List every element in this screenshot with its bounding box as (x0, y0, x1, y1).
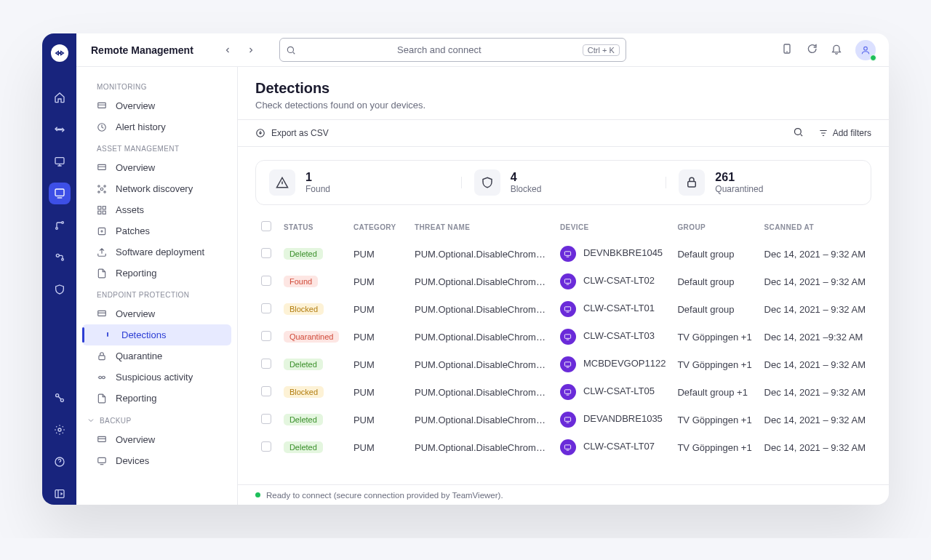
sidebar-item-alert-history[interactable]: Alert history (76, 116, 237, 137)
select-all-checkbox[interactable] (261, 221, 271, 231)
cell-device: CLW-CSAT-LT07 (554, 433, 671, 461)
col-group[interactable]: GROUP (671, 214, 758, 240)
sidebar-item-detections[interactable]: Detections (82, 324, 231, 345)
sidebar: MONITORING Overview Alert history ASSET … (76, 67, 238, 505)
search-input[interactable]: Search and connect Ctrl + K (279, 38, 626, 62)
sidebar-item-backup-overview[interactable]: Overview (76, 429, 237, 450)
sidebar-item-label: Detections (121, 329, 166, 340)
rail-connect-icon[interactable] (49, 387, 71, 409)
sidebar-item-am-overview[interactable]: Overview (76, 157, 237, 178)
cell-category: PUM (348, 378, 409, 406)
messages-icon[interactable] (806, 43, 818, 57)
sidebar-item-backup-devices[interactable]: Devices (76, 450, 237, 471)
sidebar-section-collapse[interactable]: BACKUP (76, 409, 237, 429)
user-avatar[interactable] (855, 40, 876, 60)
col-threat[interactable]: THREAT NAME (409, 214, 554, 240)
table-row[interactable]: Blocked PUM PUM.Optional.DisableChrome..… (255, 378, 871, 406)
devices-icon[interactable] (781, 43, 793, 57)
device-icon (560, 246, 576, 262)
table-row[interactable]: Quarantined PUM PUM.Optional.DisableChro… (255, 323, 871, 351)
notifications-icon[interactable] (831, 43, 842, 57)
cell-device: MCBDEVGOP1122 (554, 351, 671, 378)
col-category[interactable]: CATEGORY (348, 214, 409, 240)
row-checkbox[interactable] (261, 441, 271, 452)
row-checkbox[interactable] (261, 386, 271, 396)
svg-rect-37 (565, 279, 571, 283)
rail-chat-icon[interactable] (49, 151, 71, 172)
sidebar-item-patches[interactable]: Patches (76, 220, 237, 241)
sidebar-item-reporting[interactable]: Reporting (76, 263, 237, 284)
stat-label: Found (305, 184, 330, 194)
stat-value: 4 (511, 171, 542, 184)
stats-card: 1Found 4Blocked 261Quarantined (255, 160, 871, 205)
col-status[interactable]: STATUS (278, 214, 348, 240)
table-row[interactable]: Deleted PUM PUM.Optional.DisableChrome..… (255, 351, 871, 378)
page-subtitle: Check detections found on your devices. (255, 100, 871, 111)
nav-rail (42, 33, 76, 505)
cell-group: TV Göppingen +1 (671, 433, 758, 461)
col-scanned[interactable]: SCANNED AT (759, 214, 871, 240)
filter-icon (818, 128, 828, 138)
rail-transfer-icon[interactable] (49, 119, 71, 140)
rail-home-icon[interactable] (49, 87, 71, 108)
svg-rect-36 (565, 251, 571, 255)
sidebar-item-label: Assets (116, 204, 144, 215)
sidebar-item-overview[interactable]: Overview (76, 95, 237, 116)
sidebar-item-ep-reporting[interactable]: Reporting (76, 388, 237, 409)
cell-scanned: Dec 14, 2021 – 9:32 AM (759, 433, 871, 461)
svg-point-30 (103, 376, 105, 379)
stat-value: 1 (305, 171, 330, 184)
cell-threat: PUM.Optional.DisableChrome... (409, 351, 554, 378)
cell-group: Default group +1 (671, 378, 758, 406)
cell-device: CLW-CSAT-LT05 (554, 378, 671, 406)
svg-rect-25 (103, 211, 105, 214)
row-checkbox[interactable] (261, 276, 271, 286)
sidebar-item-suspicious-activity[interactable]: Suspicious activity (76, 367, 237, 388)
export-csv-button[interactable]: Export as CSV (255, 128, 329, 138)
rail-collapse-icon[interactable] (49, 483, 71, 505)
row-checkbox[interactable] (261, 303, 271, 313)
svg-rect-35 (688, 182, 696, 188)
table-row[interactable]: Deleted PUM PUM.Optional.DisableChrome..… (255, 240, 871, 268)
rail-settings-icon[interactable] (49, 419, 71, 441)
cell-scanned: Dec 14, 2021 –9:32 AM (759, 323, 871, 351)
row-checkbox[interactable] (261, 414, 271, 424)
table-row[interactable]: Deleted PUM PUM.Optional.DisableChrome..… (255, 433, 871, 461)
sidebar-item-label: Devices (116, 455, 149, 466)
sidebar-item-assets[interactable]: Assets (76, 199, 237, 220)
row-checkbox[interactable] (261, 248, 271, 258)
sidebar-item-quarantine[interactable]: Quarantine (76, 345, 237, 367)
rail-workflow-icon[interactable] (49, 215, 71, 236)
svg-rect-28 (99, 355, 105, 359)
nav-back-button[interactable] (220, 42, 236, 58)
row-checkbox[interactable] (261, 359, 271, 369)
rail-automation-icon[interactable] (49, 247, 71, 268)
sidebar-heading: MONITORING (76, 76, 237, 95)
rail-security-icon[interactable] (49, 279, 71, 300)
col-device[interactable]: DEVICE (554, 214, 671, 240)
cell-device: DEVNBKBRE1045 (554, 240, 671, 268)
add-filters-button[interactable]: Add filters (818, 128, 871, 138)
svg-rect-38 (565, 306, 571, 311)
table-row[interactable]: Blocked PUM PUM.Optional.DisableChrome..… (255, 295, 871, 323)
svg-point-21 (104, 191, 105, 192)
table-row[interactable]: Deleted PUM PUM.Optional.DisableChrome..… (255, 406, 871, 433)
sidebar-item-label: Overview (116, 308, 155, 319)
stat-found: 1Found (256, 169, 461, 196)
table-row[interactable]: Found PUM PUM.Optional.DisableChrome... … (255, 268, 871, 295)
row-checkbox[interactable] (261, 331, 271, 341)
nav-forward-button[interactable] (243, 42, 259, 58)
sidebar-item-software-deployment[interactable]: Software deployment (76, 241, 237, 263)
cell-device: CLW-CSAT-LT01 (554, 295, 671, 323)
app-window: Remote Management Search and connect Ctr… (42, 33, 889, 505)
sidebar-item-network-discovery[interactable]: Network discovery (76, 178, 237, 199)
table-search-button[interactable] (793, 127, 804, 140)
rail-remote-management-icon[interactable] (49, 183, 71, 204)
sidebar-item-ep-overview[interactable]: Overview (76, 303, 237, 324)
search-icon (793, 127, 804, 137)
sidebar-heading: ENDPOINT PROTECTION (76, 284, 237, 303)
rail-help-icon[interactable] (49, 451, 71, 473)
app-logo-icon (51, 44, 68, 62)
sidebar-item-label: Overview (116, 100, 155, 111)
sidebar-item-label: Network discovery (116, 183, 193, 194)
